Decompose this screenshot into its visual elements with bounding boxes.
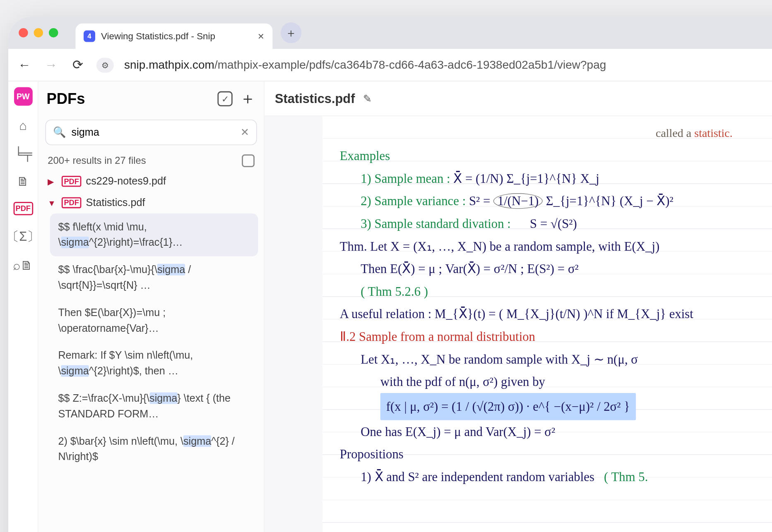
window-controls <box>19 17 70 49</box>
minimize-window-button[interactable] <box>34 28 43 37</box>
page-text: statistic. <box>694 127 733 139</box>
url-path: /mathpix-example/pdfs/ca364b78-cd66-4a63… <box>214 58 606 71</box>
site-controls-button[interactable]: ⚙ <box>96 58 114 72</box>
theorem-line: Thm. Let X = (X₁, …, X_N) be a random sa… <box>340 235 772 258</box>
file-row-collapsed[interactable]: ▶ PDF cs229-notes9.pdf <box>38 170 264 192</box>
add-pdf-button[interactable]: ＋ <box>240 88 256 110</box>
circled-term: 1/(N−1) <box>493 193 543 209</box>
sidebar: PDFs ✓ ＋ 🔍 ✕ 200+ results in 27 files ▶ … <box>38 81 265 532</box>
pdf-viewer[interactable]: called a statistic. Examples 1) Sample m… <box>265 116 772 532</box>
url-field[interactable]: snip.mathpix.com/mathpix-example/pdfs/ca… <box>124 58 606 72</box>
heading-examples: Examples <box>340 144 772 167</box>
address-bar: ← → ⟳ ⚙ snip.mathpix.com/mathpix-example… <box>8 49 772 81</box>
propositions-heading: Propositions <box>340 443 772 465</box>
search-box[interactable]: 🔍 ✕ <box>46 120 257 145</box>
example-label: 3) Sample standard divation : <box>361 216 511 231</box>
search-hit[interactable]: $$ Z:=\frac{X-\mu}{\sigma} \text { (the … <box>50 385 258 428</box>
search-icon: 🔍 <box>53 126 66 139</box>
one-has-line: One has E(X_j) = μ and Var(X_j) = σ² <box>340 420 772 443</box>
home-icon[interactable]: ⌂ <box>19 118 27 133</box>
search-hit[interactable]: Remark: If $Y \sim n\left(\mu, \sigma^{2… <box>50 342 258 385</box>
tab-strip: 4 Viewing Statistics.pdf - Snip ✕ ＋ <box>8 17 772 49</box>
pdf-badge-icon: PDF <box>62 176 82 187</box>
theorem-formula: σ²/N <box>494 261 517 276</box>
search-hit[interactable]: $$ \frac{\bar{x}-\mu}{\sigma / \sqrt{N}}… <box>50 256 258 300</box>
example-formula: S = √(S²) <box>530 216 577 231</box>
pdf-page: called a statistic. Examples 1) Sample m… <box>322 116 772 532</box>
file-name: Statistics.pdf <box>86 197 145 208</box>
clear-search-button[interactable]: ✕ <box>240 126 249 139</box>
file-row-expanded[interactable]: ▼ PDF Statistics.pdf <box>38 192 264 213</box>
section-heading: Ⅱ.2 Sample from a normal distribution <box>340 325 772 348</box>
search-hit[interactable]: $$ f\left(x \mid \mu, \sigma^{2}\right)=… <box>50 213 258 256</box>
results-summary: 200+ results in 27 files <box>48 155 146 167</box>
proposition-line: 1) X̄ and S² are independent random vari… <box>361 470 594 484</box>
pdf-badge-icon: PDF <box>62 197 82 208</box>
example-formula: X̄ = (1/N) Σ_{j=1}^{N} X_j <box>453 171 599 186</box>
page-text: called a <box>656 127 694 139</box>
pdf-intro-line: with the pdf of n(μ, σ²) given by <box>340 370 772 393</box>
tree-icon[interactable]: ╘╤ <box>14 146 32 161</box>
search-input[interactable] <box>72 126 235 138</box>
sidebar-title: PDFs <box>46 90 210 108</box>
nav-rail: PW ⌂ ╘╤ 🗎 PDF 〔Σ〕 ⌕🗎 M <box>8 81 38 532</box>
reload-button[interactable]: ⟳ <box>70 58 86 72</box>
doc-header: Statistics.pdf ✎ ⊕ ⊖ ⤓ <box>265 81 772 116</box>
file-name: cs229-notes9.pdf <box>86 175 166 187</box>
sidebar-header: PDFs ✓ ＋ <box>38 81 264 116</box>
search-hits: $$ f\left(x \mid \mu, \sigma^{2}\right)=… <box>38 213 264 482</box>
let-line: Let X₁, …, X_N be random sample with X_j… <box>361 352 638 367</box>
theorem-ref: ( Thm 5.2.6 ) <box>340 280 772 303</box>
theorem-line: Then E(X̄) = μ ; Var(X̄) = <box>361 261 494 276</box>
results-summary-row: 200+ results in 27 files <box>38 149 264 170</box>
browser-window: 4 Viewing Statistics.pdf - Snip ✕ ＋ ← → … <box>8 17 772 532</box>
browser-tab[interactable]: 4 Viewing Statistics.pdf - Snip ✕ <box>75 24 272 49</box>
edit-title-button[interactable]: ✎ <box>363 92 372 105</box>
search-hit[interactable]: Then $E(\bar{X})=\mu ; \operatorname{Var… <box>50 299 258 342</box>
main-pane: Statistics.pdf ✎ ⊕ ⊖ ⤓ called a statisti… <box>265 81 772 532</box>
nav-back-button[interactable]: ← <box>17 58 33 72</box>
url-host: snip.mathpix.com <box>124 58 214 71</box>
document-icon[interactable]: 🗎 <box>17 174 29 189</box>
app-root: PW ⌂ ╘╤ 🗎 PDF 〔Σ〕 ⌕🗎 M PDFs ✓ ＋ 🔍 ✕ <box>8 81 772 532</box>
relation-line: A useful relation : M_{X̄}(t) = ( M_{X_j… <box>340 303 772 326</box>
example-formula: S² = <box>469 194 493 208</box>
highlighted-formula: f(x | μ, σ²) = (1 / (√(2π) σ)) · e^{ −(x… <box>380 393 636 420</box>
chevron-right-icon: ▶ <box>48 177 57 186</box>
capture-icon[interactable]: 〔Σ〕 <box>8 228 40 245</box>
pdf-icon[interactable]: PDF <box>13 202 33 215</box>
workspace-badge[interactable]: PW <box>14 87 32 106</box>
select-mode-button[interactable]: ✓ <box>217 91 232 106</box>
example-label: 2) Sample variance : <box>361 194 466 208</box>
collapse-all-button[interactable] <box>242 154 255 167</box>
theorem-line: ; E(S²) = σ² <box>517 261 578 276</box>
new-tab-button[interactable]: ＋ <box>281 22 301 43</box>
example-formula: Σ_{j=1}^{N} (X_j − X̄)² <box>543 194 673 208</box>
chevron-down-icon: ▼ <box>48 198 57 207</box>
example-label: 1) Sample mean : <box>361 171 450 186</box>
doc-title: Statistics.pdf <box>275 91 355 106</box>
tab-favicon: 4 <box>84 31 95 42</box>
search-hit[interactable]: 2) $\bar{x} \sim n\left(\mu, \sigma^{2} … <box>50 428 258 471</box>
close-window-button[interactable] <box>19 28 28 37</box>
proposition-ref: ( Thm 5. <box>604 470 648 484</box>
nav-forward-button[interactable]: → <box>43 58 59 72</box>
search-doc-icon[interactable]: ⌕🗎 <box>13 258 33 273</box>
tab-title: Viewing Statistics.pdf - Snip <box>101 31 215 41</box>
maximize-window-button[interactable] <box>49 28 58 37</box>
close-tab-button[interactable]: ✕ <box>257 31 265 41</box>
